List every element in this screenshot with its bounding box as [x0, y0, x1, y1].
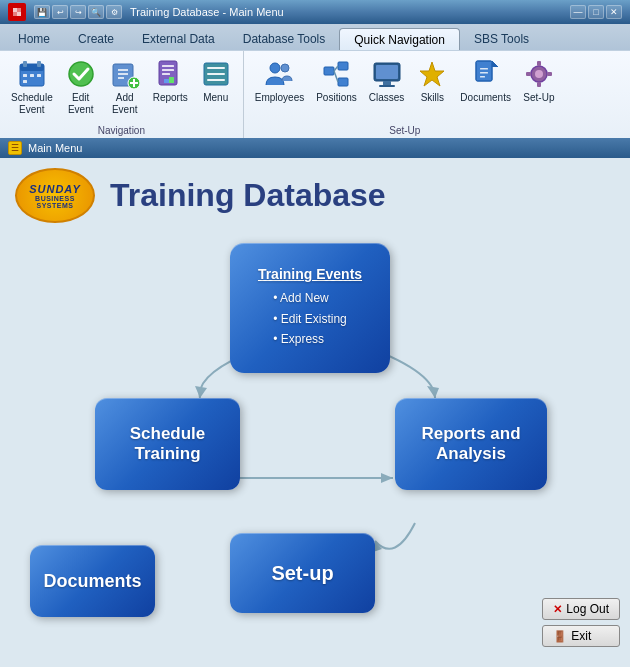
classes-label: Classes [369, 92, 405, 104]
svg-rect-23 [162, 69, 174, 71]
edit-event-button[interactable]: EditEvent [60, 55, 102, 123]
setup-ribbon-icon [523, 58, 555, 90]
svg-marker-56 [195, 386, 207, 398]
tb-icon-1: 💾 [34, 5, 50, 19]
window-controls[interactable]: — □ ✕ [570, 5, 622, 19]
content-area: SUNDAY BUSINESS SYSTEMS Training Databas… [0, 158, 630, 667]
positions-label: Positions [316, 92, 357, 104]
minimize-button[interactable]: — [570, 5, 586, 19]
add-event-icon [109, 58, 141, 90]
svg-rect-7 [23, 61, 27, 67]
classes-button[interactable]: Classes [364, 55, 410, 123]
svg-rect-24 [162, 73, 170, 75]
add-event-button[interactable]: AddEvent [104, 55, 146, 123]
svg-rect-53 [537, 82, 541, 87]
menu-label: Menu [203, 92, 228, 104]
classes-icon [371, 58, 403, 90]
reports-icon [154, 58, 186, 90]
setup-label: Set-up [271, 562, 333, 585]
skills-label: Skills [421, 92, 444, 104]
title-bar-text: Training Database - Main Menu [130, 6, 284, 18]
svg-rect-9 [23, 74, 27, 77]
tb-icon-2: ↩ [52, 5, 68, 19]
logout-button[interactable]: ✕ Log Out [542, 598, 620, 620]
header-row: SUNDAY BUSINESS SYSTEMS Training Databas… [15, 168, 615, 223]
documents-ribbon-icon [470, 58, 502, 90]
app-logo [8, 3, 26, 21]
svg-rect-26 [164, 79, 169, 83]
employees-button[interactable]: Employees [250, 55, 309, 123]
ribbon-group-navigation: ScheduleEvent EditEvent [0, 51, 244, 138]
documents-label: Documents [43, 571, 141, 592]
training-events-items: • Add New• Edit Existing• Express [273, 288, 347, 349]
ribbon-tab-bar: Home Create External Data Database Tools… [0, 24, 630, 50]
training-events-box[interactable]: Training Events • Add New• Edit Existing… [230, 243, 390, 373]
logout-label: Log Out [566, 602, 609, 616]
menu-button[interactable]: Menu [195, 55, 237, 123]
documents-box[interactable]: Documents [30, 545, 155, 617]
main-menu-label: Main Menu [28, 142, 82, 154]
setup-ribbon-label: Set-Up [523, 92, 554, 104]
svg-rect-28 [207, 67, 225, 69]
setup-buttons: Employees Positions [250, 55, 560, 123]
navigation-group-label: Navigation [6, 125, 237, 136]
skills-button[interactable]: Skills [411, 55, 453, 123]
tab-database-tools[interactable]: Database Tools [229, 28, 340, 50]
svg-point-31 [270, 63, 280, 73]
tab-create[interactable]: Create [64, 28, 128, 50]
schedule-event-icon [16, 58, 48, 90]
exit-icon: 🚪 [553, 630, 567, 643]
training-events-title: Training Events [258, 266, 362, 282]
maximize-button[interactable]: □ [588, 5, 604, 19]
page-title: Training Database [110, 177, 386, 214]
setup-box[interactable]: Set-up [230, 533, 375, 613]
tab-sbs-tools[interactable]: SBS Tools [460, 28, 543, 50]
svg-rect-8 [37, 61, 41, 67]
documents-ribbon-label: Documents [460, 92, 511, 104]
positions-button[interactable]: Positions [311, 55, 362, 123]
close-button[interactable]: ✕ [606, 5, 622, 19]
svg-marker-59 [381, 473, 393, 483]
schedule-training-box[interactable]: ScheduleTraining [95, 398, 240, 490]
schedule-event-label: ScheduleEvent [11, 92, 53, 116]
svg-rect-1 [13, 8, 17, 12]
employees-icon [263, 58, 295, 90]
svg-rect-40 [383, 81, 391, 85]
svg-rect-30 [207, 79, 225, 81]
schedule-event-button[interactable]: ScheduleEvent [6, 55, 58, 123]
main-menu-icon: ☰ [8, 141, 22, 155]
schedule-training-label: ScheduleTraining [130, 424, 206, 464]
tab-quick-navigation[interactable]: Quick Navigation [339, 28, 460, 50]
add-event-label: AddEvent [112, 92, 138, 116]
tab-external-data[interactable]: External Data [128, 28, 229, 50]
logo-line2: BUSINESS SYSTEMS [17, 195, 93, 209]
logout-icon: ✕ [553, 603, 562, 616]
reports-analysis-box[interactable]: Reports andAnalysis [395, 398, 547, 490]
svg-rect-47 [480, 68, 488, 70]
reports-label: Reports [153, 92, 188, 104]
svg-rect-34 [338, 62, 348, 70]
menu-icon [200, 58, 232, 90]
svg-rect-55 [547, 72, 552, 76]
edit-event-label: EditEvent [68, 92, 94, 116]
svg-rect-39 [376, 65, 398, 79]
exit-button[interactable]: 🚪 Exit [542, 625, 620, 647]
svg-rect-49 [480, 76, 485, 78]
svg-line-36 [334, 66, 338, 71]
positions-icon [320, 58, 352, 90]
logo-line1: SUNDAY [29, 183, 81, 195]
tab-home[interactable]: Home [4, 28, 64, 50]
navigation-buttons: ScheduleEvent EditEvent [6, 55, 237, 123]
svg-rect-10 [30, 74, 34, 77]
svg-rect-25 [169, 77, 174, 83]
svg-rect-43 [476, 61, 492, 81]
svg-rect-35 [338, 78, 348, 86]
documents-ribbon-button[interactable]: Documents [455, 55, 516, 123]
svg-point-32 [281, 64, 289, 72]
ribbon-group-setup: Employees Positions [244, 51, 566, 138]
setup-ribbon-button[interactable]: Set-Up [518, 55, 560, 123]
svg-rect-52 [537, 61, 541, 66]
tb-icon-3: ↪ [70, 5, 86, 19]
reports-button[interactable]: Reports [148, 55, 193, 123]
navigation-container: Training Events • Add New• Edit Existing… [15, 233, 615, 653]
